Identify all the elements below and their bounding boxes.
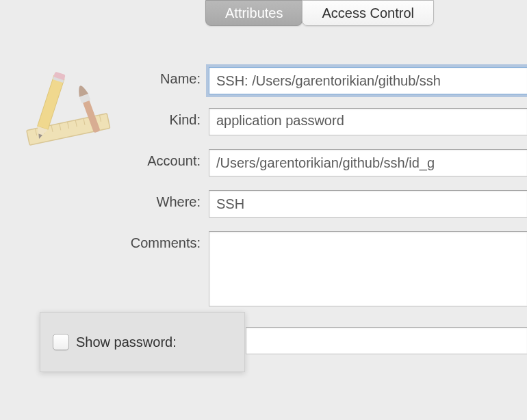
tab-access-control[interactable]: Access Control [302, 0, 434, 26]
application-tools-icon [24, 62, 113, 150]
show-password-checkbox[interactable] [53, 334, 69, 350]
show-password-panel: Show password: [40, 312, 245, 372]
account-label: Account: [123, 149, 209, 169]
svg-rect-10 [38, 75, 64, 129]
tab-attributes[interactable]: Attributes [205, 0, 303, 26]
where-field[interactable] [209, 190, 527, 218]
account-field[interactable] [209, 149, 527, 176]
name-field[interactable] [209, 67, 527, 94]
comments-field[interactable] [209, 231, 527, 306]
kind-field: application password [209, 108, 527, 135]
tab-bar: Attributes Access Control [205, 0, 433, 26]
password-field[interactable] [246, 327, 527, 354]
tab-attributes-label: Attributes [225, 5, 283, 21]
attributes-form: Name: Kind: application password Account… [123, 67, 527, 320]
comments-label: Comments: [123, 231, 209, 251]
tab-access-control-label: Access Control [322, 5, 414, 21]
name-label: Name: [123, 67, 209, 87]
where-label: Where: [123, 190, 209, 210]
kind-label: Kind: [123, 108, 209, 128]
show-password-label[interactable]: Show password: [76, 334, 177, 350]
